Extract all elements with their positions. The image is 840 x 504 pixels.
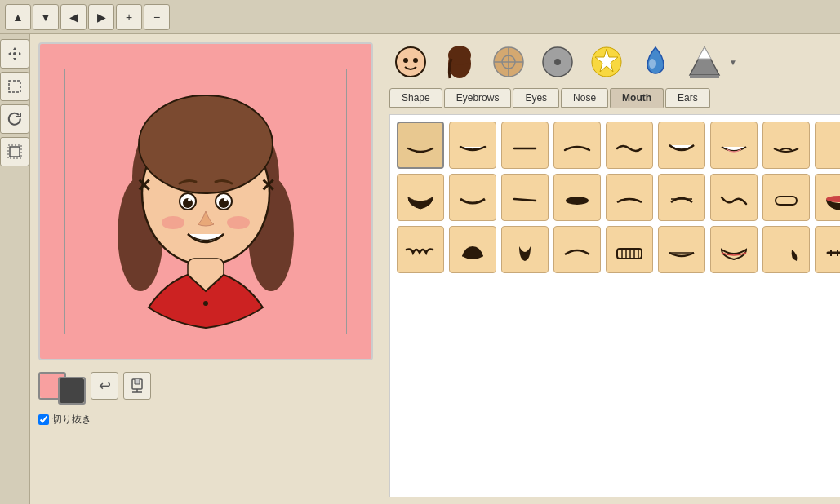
mouth-item-1[interactable]: [397, 122, 444, 169]
tab-eyebrows[interactable]: Eyebrows: [444, 88, 512, 108]
mouth-item-3[interactable]: [501, 122, 549, 169]
mouth-item-6[interactable]: [658, 122, 705, 169]
background-color-swatch[interactable]: [58, 377, 86, 405]
mouth-grid: [389, 114, 840, 497]
svg-point-34: [554, 59, 561, 65]
mouth-item-20[interactable]: [449, 226, 496, 273]
mouth-item-7[interactable]: [710, 122, 758, 169]
mouth-item-13[interactable]: [553, 174, 601, 221]
right-panel: ▼ Shape Eyebrows Eyes Nose Mouth Ears: [381, 34, 840, 504]
mouth-item-14[interactable]: [606, 174, 653, 221]
undo-button[interactable]: ↩: [91, 372, 118, 400]
svg-point-43: [566, 197, 589, 205]
face-style-icon[interactable]: [389, 41, 432, 83]
tab-ears[interactable]: Ears: [665, 88, 710, 108]
svg-rect-40: [690, 75, 719, 78]
mouth-item-2[interactable]: [449, 122, 496, 169]
svg-rect-1: [9, 81, 20, 92]
mouth-item-16[interactable]: [710, 174, 758, 221]
mouth-item-4[interactable]: [553, 122, 601, 169]
canvas-container[interactable]: ✕ ✕: [38, 42, 373, 360]
zoom-in-button[interactable]: +: [116, 4, 142, 30]
svg-point-25: [403, 58, 408, 63]
mouth-item-11[interactable]: [449, 174, 496, 221]
svg-rect-45: [776, 197, 797, 205]
canvas-area: ✕ ✕: [30, 34, 381, 504]
tab-nose[interactable]: Nose: [561, 88, 608, 108]
drop-style-icon[interactable]: [634, 41, 677, 83]
scroll-left-button[interactable]: ◀: [60, 4, 87, 30]
rotate-tool[interactable]: [0, 104, 29, 134]
mouth-item-25[interactable]: [710, 226, 758, 273]
zoom-out-button[interactable]: −: [144, 4, 170, 30]
mouth-item-27[interactable]: [815, 226, 840, 273]
tab-bar: Shape Eyebrows Eyes Nose Mouth Ears: [389, 88, 840, 108]
crop-tool[interactable]: [0, 137, 29, 166]
scroll-down-button[interactable]: ▼: [33, 4, 59, 30]
left-sidebar: [0, 34, 30, 504]
tab-shape[interactable]: Shape: [389, 88, 442, 108]
top-toolbar: ▲ ▼ ◀ ▶ + −: [0, 0, 840, 34]
inner-canvas-border: [64, 69, 347, 334]
svg-point-28: [448, 46, 471, 65]
mouth-item-18[interactable]: [815, 174, 840, 221]
save-button[interactable]: [123, 372, 151, 400]
svg-rect-2: [10, 147, 20, 157]
style-dropdown-arrow[interactable]: ▼: [729, 58, 737, 67]
mouth-item-17[interactable]: [762, 174, 810, 221]
svg-point-24: [396, 47, 425, 77]
scroll-right-button[interactable]: ▶: [88, 4, 114, 30]
mountain-style-icon[interactable]: [683, 41, 726, 83]
move-tool[interactable]: [0, 39, 29, 69]
tab-eyes[interactable]: Eyes: [513, 88, 559, 108]
mouth-item-22[interactable]: [553, 226, 601, 273]
mouth-item-15[interactable]: [658, 174, 705, 221]
mouth-item-21[interactable]: [501, 226, 549, 273]
mouth-item-5[interactable]: [606, 122, 653, 169]
svg-point-37: [649, 59, 656, 69]
bottom-tools: ↩: [38, 367, 151, 405]
tab-mouth[interactable]: Mouth: [610, 88, 664, 108]
star-style-icon[interactable]: [585, 41, 628, 83]
mouth-item-10[interactable]: [397, 174, 444, 221]
crop-checkbox-area[interactable]: 切り抜き: [38, 413, 91, 427]
crop-label: 切り抜き: [52, 413, 91, 427]
mouth-item-23[interactable]: [606, 226, 653, 273]
mouth-item-19[interactable]: [397, 226, 444, 273]
mouth-item-24[interactable]: [658, 226, 705, 273]
stripe-style-icon[interactable]: [487, 41, 530, 83]
scroll-up-button[interactable]: ▲: [5, 4, 31, 30]
mouth-item-12[interactable]: [501, 174, 549, 221]
hair-style-icon[interactable]: [438, 41, 481, 83]
mouth-item-26[interactable]: [762, 226, 810, 273]
svg-point-0: [13, 52, 16, 55]
mouth-item-9[interactable]: [815, 122, 840, 169]
svg-marker-39: [698, 47, 711, 59]
circle-style-icon[interactable]: [536, 41, 579, 83]
svg-line-42: [514, 199, 536, 201]
svg-point-26: [413, 58, 418, 63]
select-tool[interactable]: [0, 72, 29, 101]
mouth-item-8[interactable]: [762, 122, 810, 169]
style-icon-bar: ▼: [389, 41, 840, 83]
crop-checkbox[interactable]: [38, 414, 49, 425]
main-layout: ✕ ✕: [0, 34, 840, 504]
